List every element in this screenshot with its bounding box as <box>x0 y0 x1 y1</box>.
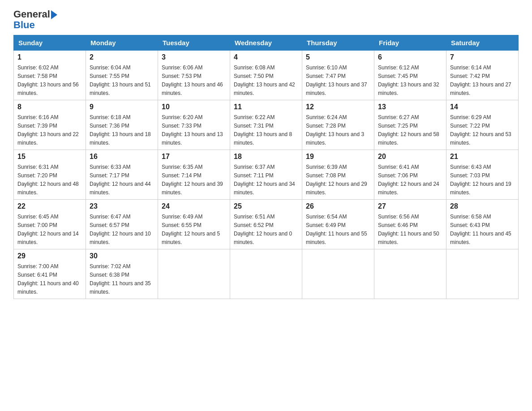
day-number: 11 <box>234 103 298 111</box>
calendar-week-row: 29 Sunrise: 7:00 AMSunset: 6:41 PMDaylig… <box>14 249 519 299</box>
day-number: 5 <box>306 53 370 61</box>
weekday-header-row: SundayMondayTuesdayWednesdayThursdayFrid… <box>14 35 519 51</box>
day-info: Sunrise: 6:41 AMSunset: 7:06 PMDaylight:… <box>378 164 439 196</box>
day-info: Sunrise: 6:33 AMSunset: 7:17 PMDaylight:… <box>90 164 151 196</box>
calendar-day-cell: 20 Sunrise: 6:41 AMSunset: 7:06 PMDaylig… <box>374 150 446 200</box>
day-number: 29 <box>17 252 82 260</box>
day-number: 18 <box>234 153 298 161</box>
day-info: Sunrise: 6:47 AMSunset: 6:57 PMDaylight:… <box>90 214 151 245</box>
day-info: Sunrise: 6:49 AMSunset: 6:55 PMDaylight:… <box>162 214 220 245</box>
day-info: Sunrise: 6:18 AMSunset: 7:36 PMDaylight:… <box>90 114 151 146</box>
logo: General Blue <box>13 9 57 30</box>
calendar-day-cell: 17 Sunrise: 6:35 AMSunset: 7:14 PMDaylig… <box>158 150 230 200</box>
day-info: Sunrise: 6:20 AMSunset: 7:33 PMDaylight:… <box>162 114 223 146</box>
day-info: Sunrise: 6:45 AMSunset: 7:00 PMDaylight:… <box>17 214 79 245</box>
calendar-day-cell: 16 Sunrise: 6:33 AMSunset: 7:17 PMDaylig… <box>86 150 158 200</box>
calendar-day-cell <box>158 249 230 299</box>
calendar-day-cell <box>446 249 519 299</box>
day-number: 12 <box>306 103 370 111</box>
weekday-header-cell: Tuesday <box>158 35 230 51</box>
calendar-day-cell: 19 Sunrise: 6:39 AMSunset: 7:08 PMDaylig… <box>302 150 374 200</box>
day-number: 15 <box>17 153 82 161</box>
day-number: 24 <box>162 202 226 210</box>
calendar-day-cell: 22 Sunrise: 6:45 AMSunset: 7:00 PMDaylig… <box>14 200 86 249</box>
weekday-header-cell: Monday <box>86 35 158 51</box>
weekday-header-cell: Friday <box>374 35 446 51</box>
calendar-day-cell: 12 Sunrise: 6:24 AMSunset: 7:28 PMDaylig… <box>302 100 374 150</box>
day-number: 14 <box>450 103 515 111</box>
calendar-day-cell: 4 Sunrise: 6:08 AMSunset: 7:50 PMDayligh… <box>230 51 302 100</box>
calendar-day-cell: 13 Sunrise: 6:27 AMSunset: 7:25 PMDaylig… <box>374 100 446 150</box>
calendar-day-cell: 14 Sunrise: 6:29 AMSunset: 7:22 PMDaylig… <box>446 100 519 150</box>
day-number: 4 <box>234 53 298 61</box>
page-header: General Blue <box>13 9 519 30</box>
calendar-day-cell: 23 Sunrise: 6:47 AMSunset: 6:57 PMDaylig… <box>86 200 158 249</box>
day-number: 7 <box>450 53 515 61</box>
day-number: 6 <box>378 53 442 61</box>
calendar-week-row: 22 Sunrise: 6:45 AMSunset: 7:00 PMDaylig… <box>14 200 519 249</box>
day-info: Sunrise: 6:35 AMSunset: 7:14 PMDaylight:… <box>162 164 223 196</box>
calendar-day-cell <box>230 249 302 299</box>
day-number: 25 <box>234 202 298 210</box>
day-number: 13 <box>378 103 442 111</box>
day-info: Sunrise: 6:43 AMSunset: 7:03 PMDaylight:… <box>450 164 511 196</box>
calendar-day-cell: 15 Sunrise: 6:31 AMSunset: 7:20 PMDaylig… <box>14 150 86 200</box>
day-info: Sunrise: 6:12 AMSunset: 7:45 PMDaylight:… <box>378 64 439 96</box>
calendar-body: 1 Sunrise: 6:02 AMSunset: 7:58 PMDayligh… <box>14 51 519 299</box>
day-number: 22 <box>17 202 82 210</box>
calendar-week-row: 1 Sunrise: 6:02 AMSunset: 7:58 PMDayligh… <box>14 51 519 100</box>
calendar-day-cell: 2 Sunrise: 6:04 AMSunset: 7:55 PMDayligh… <box>86 51 158 100</box>
day-info: Sunrise: 6:14 AMSunset: 7:42 PMDaylight:… <box>450 64 511 96</box>
weekday-header-cell: Saturday <box>446 35 519 51</box>
day-info: Sunrise: 6:04 AMSunset: 7:55 PMDaylight:… <box>90 64 151 96</box>
calendar-week-row: 8 Sunrise: 6:16 AMSunset: 7:39 PMDayligh… <box>14 100 519 150</box>
day-number: 3 <box>162 53 226 61</box>
logo-arrow-icon <box>51 10 57 19</box>
calendar-day-cell: 29 Sunrise: 7:00 AMSunset: 6:41 PMDaylig… <box>14 249 86 299</box>
day-number: 16 <box>90 153 154 161</box>
calendar-day-cell <box>374 249 446 299</box>
day-number: 10 <box>162 103 226 111</box>
calendar-day-cell: 5 Sunrise: 6:10 AMSunset: 7:47 PMDayligh… <box>302 51 374 100</box>
day-number: 17 <box>162 153 226 161</box>
day-info: Sunrise: 6:31 AMSunset: 7:20 PMDaylight:… <box>17 164 79 196</box>
day-number: 23 <box>90 202 154 210</box>
calendar-day-cell: 18 Sunrise: 6:37 AMSunset: 7:11 PMDaylig… <box>230 150 302 200</box>
day-number: 26 <box>306 202 370 210</box>
day-number: 2 <box>90 53 154 61</box>
day-number: 21 <box>450 153 515 161</box>
day-info: Sunrise: 6:16 AMSunset: 7:39 PMDaylight:… <box>17 114 79 146</box>
day-number: 1 <box>17 53 82 61</box>
calendar-day-cell: 8 Sunrise: 6:16 AMSunset: 7:39 PMDayligh… <box>14 100 86 150</box>
calendar-day-cell: 6 Sunrise: 6:12 AMSunset: 7:45 PMDayligh… <box>374 51 446 100</box>
day-info: Sunrise: 6:58 AMSunset: 6:43 PMDaylight:… <box>450 214 511 245</box>
day-info: Sunrise: 6:24 AMSunset: 7:28 PMDaylight:… <box>306 114 364 146</box>
day-number: 28 <box>450 202 515 210</box>
calendar-day-cell: 25 Sunrise: 6:51 AMSunset: 6:52 PMDaylig… <box>230 200 302 249</box>
day-info: Sunrise: 6:39 AMSunset: 7:08 PMDaylight:… <box>306 164 367 196</box>
day-info: Sunrise: 6:27 AMSunset: 7:25 PMDaylight:… <box>378 114 439 146</box>
calendar-day-cell: 9 Sunrise: 6:18 AMSunset: 7:36 PMDayligh… <box>86 100 158 150</box>
day-number: 27 <box>378 202 442 210</box>
day-info: Sunrise: 6:51 AMSunset: 6:52 PMDaylight:… <box>234 214 292 245</box>
calendar-day-cell: 30 Sunrise: 7:02 AMSunset: 6:38 PMDaylig… <box>86 249 158 299</box>
logo-text: General Blue <box>13 9 57 30</box>
day-number: 8 <box>17 103 82 111</box>
day-info: Sunrise: 6:37 AMSunset: 7:11 PMDaylight:… <box>234 164 295 196</box>
calendar-day-cell: 24 Sunrise: 6:49 AMSunset: 6:55 PMDaylig… <box>158 200 230 249</box>
day-number: 19 <box>306 153 370 161</box>
day-info: Sunrise: 7:02 AMSunset: 6:38 PMDaylight:… <box>90 263 151 295</box>
calendar-table: SundayMondayTuesdayWednesdayThursdayFrid… <box>13 35 519 299</box>
calendar-day-cell: 27 Sunrise: 6:56 AMSunset: 6:46 PMDaylig… <box>374 200 446 249</box>
calendar-day-cell: 28 Sunrise: 6:58 AMSunset: 6:43 PMDaylig… <box>446 200 519 249</box>
calendar-day-cell <box>302 249 374 299</box>
calendar-day-cell: 10 Sunrise: 6:20 AMSunset: 7:33 PMDaylig… <box>158 100 230 150</box>
day-info: Sunrise: 6:54 AMSunset: 6:49 PMDaylight:… <box>306 214 367 245</box>
day-info: Sunrise: 6:06 AMSunset: 7:53 PMDaylight:… <box>162 64 223 96</box>
day-info: Sunrise: 6:22 AMSunset: 7:31 PMDaylight:… <box>234 114 292 146</box>
calendar-day-cell: 21 Sunrise: 6:43 AMSunset: 7:03 PMDaylig… <box>446 150 519 200</box>
weekday-header-cell: Thursday <box>302 35 374 51</box>
day-info: Sunrise: 6:56 AMSunset: 6:46 PMDaylight:… <box>378 214 439 245</box>
weekday-header-cell: Wednesday <box>230 35 302 51</box>
weekday-header-cell: Sunday <box>14 35 86 51</box>
